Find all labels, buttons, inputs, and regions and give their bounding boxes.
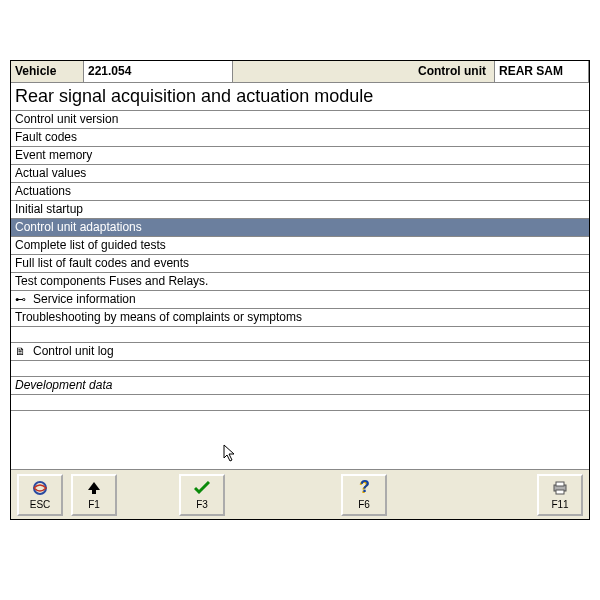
help-icon: ?? [357, 479, 371, 497]
blank-row [11, 411, 589, 427]
svg-text:?: ? [360, 480, 370, 495]
control-unit-label: Control unit [414, 61, 494, 82]
svg-rect-4 [556, 482, 564, 486]
menu-item-control-unit-log[interactable]: 🗎 Control unit log [11, 343, 589, 361]
menu-item-label: Service information [33, 292, 136, 307]
header-bar: Vehicle 221.054 Control unit REAR SAM [11, 61, 589, 83]
menu-item-label: Control unit log [33, 344, 114, 359]
header-spacer [233, 61, 414, 82]
f6-button[interactable]: ?? F6 [341, 474, 387, 516]
menu-item-initial-startup[interactable]: Initial startup [11, 201, 589, 219]
menu-item-fault-codes[interactable]: Fault codes [11, 129, 589, 147]
fkey-label: F3 [196, 499, 208, 510]
function-key-bar: ESC F1 F3 ?? F6 F11 [11, 469, 589, 519]
fkey-label: F11 [551, 499, 568, 510]
esc-button[interactable]: ESC [17, 474, 63, 516]
fkey-label: ESC [30, 499, 51, 510]
svg-point-0 [34, 482, 46, 494]
menu-item-troubleshooting[interactable]: Troubleshooting by means of complaints o… [11, 309, 589, 327]
menu-item-event-memory[interactable]: Event memory [11, 147, 589, 165]
check-icon [194, 479, 210, 497]
blank-row [11, 395, 589, 411]
menu-item-development-data[interactable]: Development data [11, 377, 589, 395]
f3-button[interactable]: F3 [179, 474, 225, 516]
f1-button[interactable]: F1 [71, 474, 117, 516]
control-unit-value: REAR SAM [494, 61, 589, 82]
printer-icon [552, 479, 568, 497]
app-window: Vehicle 221.054 Control unit REAR SAM Re… [10, 60, 590, 520]
menu-item-control-unit-version[interactable]: Control unit version [11, 111, 589, 129]
vehicle-value: 221.054 [83, 61, 233, 82]
blank-row [11, 361, 589, 377]
globe-icon [32, 479, 48, 497]
menu-item-actual-values[interactable]: Actual values [11, 165, 589, 183]
menu-list: Control unit version Fault codes Event m… [11, 111, 589, 469]
wrench-icon: ⊷ [15, 292, 29, 307]
menu-item-guided-tests[interactable]: Complete list of guided tests [11, 237, 589, 255]
blank-row [11, 327, 589, 343]
menu-item-test-components[interactable]: Test components Fuses and Relays. [11, 273, 589, 291]
menu-item-full-fault-list[interactable]: Full list of fault codes and events [11, 255, 589, 273]
vehicle-label: Vehicle [11, 61, 83, 82]
document-icon: 🗎 [15, 344, 29, 359]
svg-rect-5 [556, 490, 564, 494]
menu-item-control-unit-adaptations[interactable]: Control unit adaptations [11, 219, 589, 237]
fkey-label: F1 [88, 499, 100, 510]
fkey-label: F6 [358, 499, 370, 510]
up-arrow-icon [87, 479, 101, 497]
page-title: Rear signal acquisition and actuation mo… [11, 83, 589, 111]
f11-button[interactable]: F11 [537, 474, 583, 516]
menu-item-actuations[interactable]: Actuations [11, 183, 589, 201]
menu-item-service-information[interactable]: ⊷ Service information [11, 291, 589, 309]
